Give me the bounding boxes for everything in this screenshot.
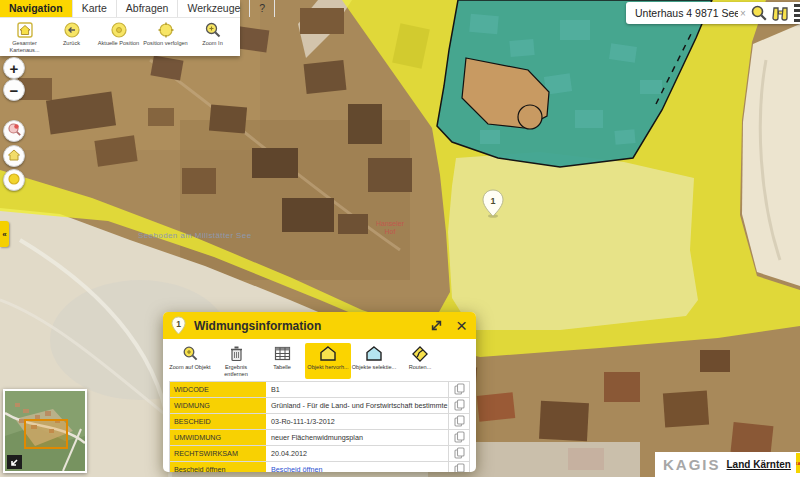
zoom-to-object-button[interactable]: Zoom auf Objekt — [167, 343, 213, 379]
table-row: Bescheid öffnen Bescheid öffnen — [170, 462, 469, 472]
kagis-wordmark: KAGIS — [663, 456, 721, 473]
copy-icon — [454, 431, 465, 443]
row-value: B1 — [266, 382, 448, 397]
extent-rectangle[interactable] — [25, 420, 67, 448]
select-house-icon — [365, 344, 383, 363]
copy-button[interactable] — [448, 462, 469, 472]
attribute-table: WIDCODE B1 WIDMUNG Grünland - Für die La… — [169, 381, 470, 472]
table-row: WIDCODE B1 — [170, 382, 469, 398]
current-position-button[interactable]: Aktuelle Position — [95, 21, 142, 54]
menu-tab-bar: Navigation Karte Abfragen Werkzeuge ? — [0, 0, 240, 18]
button-label: Objekt hervorh... — [307, 364, 348, 371]
zoom-selection-button[interactable] — [3, 120, 25, 142]
button-label: Tabelle — [273, 364, 291, 371]
button-label: Zoom auf Objekt — [169, 364, 210, 371]
magnifier-red-icon — [7, 122, 22, 140]
cream-area-right — [742, 24, 800, 286]
tab-abfragen[interactable]: Abfragen — [117, 0, 179, 17]
kagis-logo: KAGIS — [796, 453, 800, 477]
table-icon — [274, 344, 291, 363]
zoom-in-tool-button[interactable]: Zoom In — [189, 21, 236, 54]
table-row: WIDMUNG Grünland - Für die Land- und For… — [170, 398, 469, 414]
copy-button[interactable] — [448, 414, 469, 429]
locate-button[interactable] — [3, 169, 25, 191]
binoculars-icon — [771, 5, 790, 21]
zoom-out-button[interactable]: − — [3, 79, 25, 101]
poi-label-line2: Hof — [385, 228, 396, 235]
widmungsinformation-popup: 1 Widmungsinformation × Zoom auf Objekt — [163, 312, 476, 472]
row-label: RECHTSWIRKSAM — [170, 446, 266, 461]
select-objects-button[interactable]: Objekte selektie... — [351, 343, 397, 379]
copy-button[interactable] — [448, 398, 469, 413]
navigation-toolbar: Gesamter Kartenaus... Zurück Aktuelle Po… — [0, 18, 240, 56]
row-label: Bescheid öffnen — [170, 462, 266, 472]
home-icon — [7, 148, 21, 165]
search-icon — [750, 4, 768, 22]
marker-pin-icon: 1 — [171, 316, 186, 335]
button-label: Zurück — [63, 40, 80, 47]
back-button[interactable]: Zurück — [48, 21, 95, 54]
track-position-button[interactable]: Position verfolgen — [142, 21, 189, 54]
copy-icon — [454, 463, 465, 472]
search-input[interactable] — [633, 6, 740, 20]
table-row: UMWIDMUNG neuer Flächenwidmungsplan — [170, 430, 469, 446]
menu-hamburger-button[interactable] — [791, 4, 800, 22]
yellow-dot-icon — [7, 172, 21, 189]
tab-karte[interactable]: Karte — [73, 0, 117, 17]
bescheid-link[interactable]: Bescheid öffnen — [271, 465, 322, 472]
button-label: Zoom In — [202, 40, 223, 47]
overview-collapse-button[interactable] — [7, 455, 22, 469]
main-menu-panel: Navigation Karte Abfragen Werkzeuge ? Ge… — [0, 0, 240, 56]
table-button[interactable]: Tabelle — [259, 343, 305, 379]
tab-help[interactable]: ? — [250, 0, 275, 17]
highlight-object-button[interactable]: Objekt hervorh... — [305, 343, 351, 379]
overview-map[interactable] — [3, 389, 87, 473]
home-frame-icon — [16, 21, 34, 39]
full-extent-button[interactable]: Gesamter Kartenaus... — [1, 21, 48, 54]
button-label: Position verfolgen — [143, 40, 187, 47]
tab-navigation[interactable]: Navigation — [0, 0, 73, 17]
copy-icon — [454, 383, 465, 395]
routes-button[interactable]: Routen... — [397, 343, 443, 379]
table-row: RECHTSWIRKSAM 20.04.2012 — [170, 446, 469, 462]
close-button[interactable]: × — [456, 316, 467, 335]
popup-header[interactable]: 1 Widmungsinformation × — [163, 312, 476, 339]
expand-arrows-icon — [430, 319, 443, 332]
search-clear-icon[interactable]: × — [740, 8, 746, 19]
binoculars-search-button[interactable] — [770, 5, 791, 21]
branding-bar: KAGIS Land Kärnten KAGIS — [655, 452, 800, 477]
remove-result-button[interactable]: Ergebnis entfernen — [213, 343, 259, 379]
copy-button[interactable] — [448, 382, 469, 397]
row-value: 03-Ro-111-1/3-2012 — [266, 414, 448, 429]
position-dot-icon — [110, 21, 128, 39]
row-label: UMWIDMUNG — [170, 430, 266, 445]
copy-button[interactable] — [448, 430, 469, 445]
magnifier-plus-icon — [182, 344, 199, 363]
route-sign-icon — [411, 344, 429, 363]
highlight-house-icon — [319, 344, 337, 363]
home-extent-button[interactable] — [3, 145, 25, 167]
row-label: WIDCODE — [170, 382, 266, 397]
row-value: Grünland - Für die Land- und Forstwirtsc… — [266, 398, 448, 413]
search-button[interactable] — [749, 4, 770, 22]
copy-button[interactable] — [448, 446, 469, 461]
row-label: BESCHEID — [170, 414, 266, 429]
row-value: Bescheid öffnen — [266, 462, 448, 472]
button-label: Aktuelle Position — [98, 40, 139, 47]
svg-text:KAGIS: KAGIS — [796, 461, 800, 466]
table-row: BESCHEID 03-Ro-111-1/3-2012 — [170, 414, 469, 430]
button-label: Objekte selektie... — [352, 364, 396, 371]
search-bar: × — [626, 2, 800, 24]
row-value: neuer Flächenwidmungsplan — [266, 430, 448, 445]
magnifier-icon — [204, 21, 222, 39]
button-label: Gesamter Kartenaus... — [1, 40, 48, 54]
button-label: Routen... — [409, 364, 432, 371]
tab-werkzeuge[interactable]: Werkzeuge — [178, 0, 250, 17]
arrow-southwest-icon — [10, 458, 19, 467]
popup-title: Widmungsinformation — [194, 319, 430, 333]
zoning-parcel-light — [448, 152, 698, 330]
hamburger-icon — [794, 4, 800, 7]
panel-expander-tab[interactable]: « — [0, 221, 9, 247]
expand-button[interactable] — [430, 319, 443, 332]
zoom-in-button[interactable]: + — [3, 57, 25, 79]
